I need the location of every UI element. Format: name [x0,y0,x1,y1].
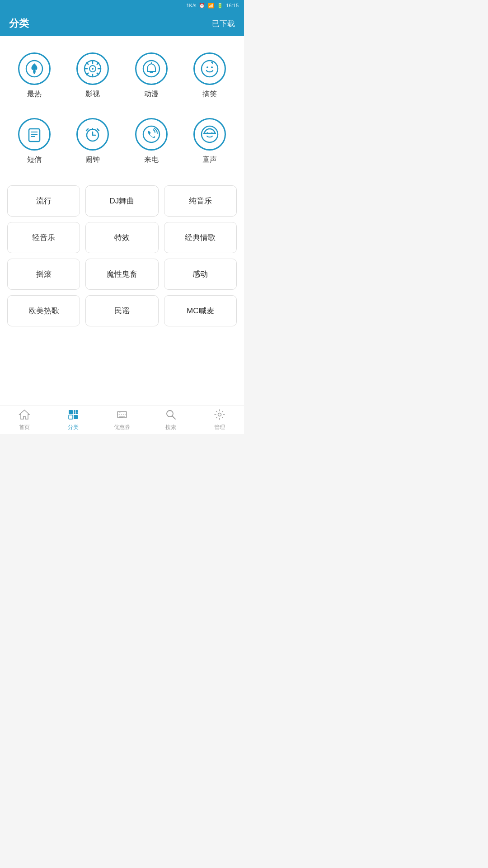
alarm-icon: ⏰ [199,3,205,9]
category-call[interactable]: 来电 [124,111,178,172]
nav-coupon[interactable]: ¥ 优惠券 [98,405,146,434]
tag-item[interactable]: 流行 [7,185,80,217]
svg-point-14 [202,61,218,77]
svg-rect-17 [29,129,40,142]
search-nav-label: 搜索 [165,424,176,431]
downloaded-button[interactable]: 已下载 [212,19,235,29]
anime-icon [135,52,168,85]
tag-item[interactable]: 感动 [164,259,237,290]
icon-category-grid: 最热 影视 [7,45,237,172]
manage-nav-icon [214,409,225,422]
manage-nav-label: 管理 [214,424,225,431]
category-child[interactable]: 童声 [183,111,237,172]
tag-item[interactable]: 经典情歌 [164,222,237,253]
svg-rect-34 [74,410,75,412]
svg-line-10 [97,62,99,65]
header: 分类 已下载 [0,11,244,36]
tag-item[interactable]: 民谣 [85,295,158,326]
call-label: 来电 [144,155,159,165]
movie-label: 影视 [85,90,100,99]
alarm-clock-icon [76,118,109,151]
svg-line-46 [172,416,175,419]
svg-line-9 [97,73,99,75]
svg-rect-38 [69,415,73,419]
main-content: 最热 影视 [0,36,244,405]
home-nav-label: 首页 [19,424,30,431]
movie-icon [76,52,109,85]
sms-label: 短信 [27,155,42,165]
tag-item[interactable]: 纯音乐 [164,185,237,217]
child-icon [193,118,226,151]
tag-item[interactable]: 欧美热歌 [7,295,80,326]
category-nav-label: 分类 [68,424,79,431]
sms-icon [18,118,51,151]
category-anime[interactable]: 动漫 [124,45,178,106]
nav-search[interactable]: 搜索 [146,405,195,434]
funny-icon [193,52,226,85]
nav-category[interactable]: 分类 [49,405,98,434]
page-title: 分类 [9,17,29,30]
svg-point-3 [92,68,94,70]
category-nav-icon [67,409,79,422]
svg-rect-35 [76,410,78,412]
alarm-label: 闹钟 [85,155,100,165]
anime-label: 动漫 [144,90,159,99]
svg-rect-37 [76,412,78,414]
svg-point-15 [206,66,208,68]
hot-label: 最热 [27,90,42,99]
nav-manage[interactable]: 管理 [195,405,244,434]
search-nav-icon [165,409,177,422]
tag-item[interactable]: 轻音乐 [7,222,80,253]
tag-item[interactable]: 摇滚 [7,259,80,290]
svg-text:¥: ¥ [119,411,121,414]
svg-marker-32 [19,410,29,419]
nav-home[interactable]: 首页 [0,405,49,434]
child-label: 童声 [202,155,217,165]
svg-line-25 [97,129,99,131]
category-sms[interactable]: 短信 [7,111,61,172]
svg-line-24 [86,129,88,131]
svg-line-8 [86,62,89,65]
svg-rect-39 [74,415,78,419]
category-alarm[interactable]: 闹钟 [66,111,120,172]
call-icon [135,118,168,151]
status-bar: 1K/s ⏰ 📶 🔋 16:15 [0,0,244,11]
network-speed: 1K/s [186,3,196,8]
tag-item[interactable]: MC喊麦 [164,295,237,326]
svg-rect-36 [74,412,75,414]
tag-grid: 流行DJ舞曲纯音乐轻音乐特效经典情歌摇滚魔性鬼畜感动欧美热歌民谣MC喊麦 [7,185,237,326]
coupon-nav-icon: ¥ [116,409,128,422]
wifi-icon: 📶 [208,3,214,9]
svg-line-11 [86,73,89,75]
category-hot[interactable]: 最热 [7,45,61,106]
battery-icon: 🔋 [217,3,223,9]
bottom-nav: 首页 分类 ¥ 优惠券 [0,405,244,434]
tag-item[interactable]: 特效 [85,222,158,253]
hot-icon [18,52,51,85]
svg-point-27 [143,126,160,142]
category-funny[interactable]: 搞笑 [183,45,237,106]
tag-item[interactable]: 魔性鬼畜 [85,259,158,290]
svg-point-16 [211,66,213,68]
funny-label: 搞笑 [202,90,217,99]
svg-rect-33 [69,410,73,414]
svg-point-13 [150,63,152,64]
coupon-nav-label: 优惠券 [114,424,130,431]
tag-item[interactable]: DJ舞曲 [85,185,158,217]
svg-point-47 [218,413,221,416]
time-display: 16:15 [226,3,239,8]
category-movie[interactable]: 影视 [66,45,120,106]
home-nav-icon [19,409,30,422]
